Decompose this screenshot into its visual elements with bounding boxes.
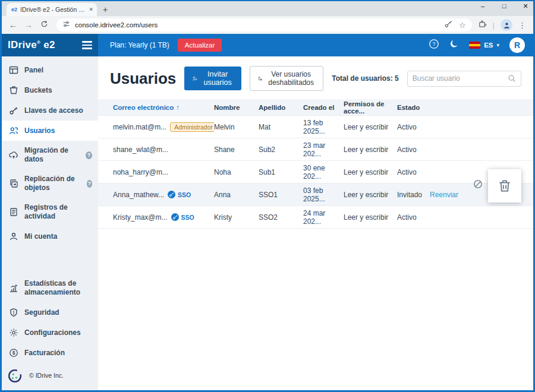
sidebar-item-storage-stats[interactable]: Estadísticas de almacenamiento	[2, 274, 97, 302]
user-email: Anna_mathew...	[113, 191, 164, 199]
tab-close-icon[interactable]: ✕	[89, 7, 93, 12]
security-shield-icon	[9, 308, 18, 317]
cloud-migration-icon	[9, 150, 18, 160]
table-row[interactable]: Anna_mathew... SSO Anna SSO1 03 feb 2025…	[98, 184, 533, 206]
sidebar-item-access-keys[interactable]: Llaves de acceso	[2, 100, 98, 121]
user-email: shane_wlat@m...	[113, 146, 168, 154]
user-permissions: Leer y escribir	[344, 168, 397, 176]
user-first-name: Noha	[214, 168, 259, 176]
tab-favicon-icon: e2	[11, 7, 17, 12]
url-bar[interactable]: console.idrivee2.com/users ☆	[56, 18, 472, 31]
user-status: Activo	[397, 123, 430, 131]
column-header-created[interactable]: Creado el	[303, 104, 344, 111]
column-header-permissions[interactable]: Permisos de acce...	[344, 100, 397, 115]
user-created-date: 30 ene 202...	[303, 164, 344, 181]
browser-menu-icon[interactable]: ⋮	[518, 21, 526, 30]
table-row[interactable]: shane_wlat@m... Shane Sub2 23 mar 202...…	[98, 138, 533, 161]
language-selector[interactable]: ES ▾	[469, 42, 499, 49]
stats-icon	[9, 283, 18, 293]
trash-icon[interactable]	[497, 178, 512, 194]
replication-icon	[9, 179, 18, 188]
extensions-icon[interactable]	[478, 20, 487, 31]
user-first-name: Melvin	[214, 123, 259, 131]
total-users-count: Total de usuarios: 5	[332, 74, 398, 83]
help-badge-icon[interactable]: ?	[87, 180, 92, 188]
sidebar-item-my-account[interactable]: Mi cuenta	[2, 226, 98, 246]
dashboard-icon	[9, 65, 18, 75]
dark-mode-moon-icon[interactable]	[449, 39, 459, 51]
administrator-badge: Administrador	[170, 122, 214, 132]
sidebar-item-security[interactable]: Seguridad	[2, 302, 98, 323]
user-status: Invitado	[397, 191, 430, 199]
copyright: © IDrive Inc.	[2, 363, 98, 390]
sso-key-icon	[168, 191, 175, 198]
window-close-button[interactable]: ✕	[521, 2, 530, 10]
user-created-date: 23 mar 202...	[303, 141, 344, 158]
chevron-down-icon: ▾	[496, 42, 499, 48]
column-header-status[interactable]: Estado	[397, 104, 430, 111]
user-email: noha_harry@m...	[113, 168, 168, 176]
help-icon[interactable]: ?	[429, 39, 439, 52]
sso-badge: SSO	[171, 213, 194, 221]
table-header-row: Correo electrónico↑ Nombre Apellido Crea…	[98, 99, 533, 116]
sso-badge: SSO	[168, 191, 191, 198]
browser-tab[interactable]: e2 IDrive® e2 - Gestión de Usuari ✕	[7, 3, 97, 16]
column-header-email[interactable]: Correo electrónico↑	[113, 104, 214, 111]
url-text[interactable]: console.idrivee2.com/users	[75, 21, 439, 29]
hamburger-menu-icon[interactable]	[82, 41, 92, 49]
user-status: Activo	[397, 146, 430, 154]
search-input[interactable]	[413, 74, 504, 83]
bookmark-star-icon[interactable]: ☆	[459, 21, 466, 30]
site-settings-icon[interactable]	[62, 20, 70, 30]
key-icon	[9, 106, 18, 115]
window-maximize-button[interactable]: □	[500, 2, 508, 10]
idrive-cookie-logo-icon	[7, 366, 24, 384]
new-tab-button[interactable]: +	[103, 5, 108, 14]
page-title: Usuarios	[110, 69, 176, 88]
column-header-first-name[interactable]: Nombre	[214, 104, 259, 111]
sidebar-item-buckets[interactable]: Buckets	[2, 80, 98, 100]
sidebar-item-data-migration[interactable]: Migración de datos ?	[2, 141, 98, 169]
window-minimize-button[interactable]: –	[479, 2, 487, 10]
table-row[interactable]: noha_harry@m... Noha Sub1 30 ene 202... …	[98, 161, 533, 184]
column-header-last-name[interactable]: Apellido	[259, 104, 303, 111]
billing-icon: $	[9, 348, 18, 358]
table-row[interactable]: melvin.mat@m...Administrador Melvin Mat …	[98, 116, 533, 138]
user-created-date: 03 feb 2025...	[303, 186, 344, 203]
user-avatar[interactable]: R	[509, 37, 525, 53]
user-status: Activo	[397, 213, 430, 222]
forward-icon[interactable]: →	[22, 20, 35, 30]
sidebar-item-panel[interactable]: Panel	[2, 60, 98, 80]
browser-toolbar: ← → console.idrivee2.com/users ☆ |	[2, 16, 533, 34]
sidebar-item-activity-logs[interactable]: Registros de actividad	[2, 198, 98, 226]
view-disabled-users-button[interactable]: Ver usuarios deshabilitados	[250, 66, 324, 91]
sidebar-item-object-replication[interactable]: Replicación de objetos ?	[2, 169, 98, 198]
logo-block: IDrive® e2	[2, 34, 98, 56]
user-permissions: Leer y escribir	[344, 213, 397, 222]
user-last-name: Sub2	[259, 146, 303, 154]
account-icon	[9, 232, 18, 241]
row-action-partial-icon[interactable]	[473, 179, 483, 192]
invite-users-button[interactable]: Invitar usuarios	[184, 67, 241, 90]
svg-text:$: $	[12, 350, 15, 356]
help-badge-icon[interactable]: ?	[86, 151, 92, 159]
language-code: ES	[484, 42, 493, 49]
user-last-name: SSO1	[259, 191, 303, 199]
table-row[interactable]: Kristy_max@m... SSO Kristy SSO2 24 mar 2…	[98, 206, 533, 229]
reload-icon[interactable]	[37, 20, 51, 30]
back-icon[interactable]: ←	[7, 20, 20, 30]
delete-user-popup[interactable]	[488, 169, 521, 203]
sort-asc-icon: ↑	[176, 104, 180, 111]
browser-window: e2 IDrive® e2 - Gestión de Usuari ✕ + – …	[0, 0, 535, 392]
upgrade-button[interactable]: Actualizar	[178, 39, 222, 52]
user-created-date: 13 feb 2025...	[303, 119, 344, 135]
browser-profile-avatar[interactable]	[501, 19, 512, 31]
app-header: IDrive® e2 Plan: Yearly (1 TB) Actualiza…	[2, 34, 533, 56]
password-key-icon[interactable]	[444, 20, 453, 31]
person-plus-icon	[192, 74, 197, 83]
user-last-name: SSO2	[259, 213, 303, 222]
search-user-box[interactable]	[407, 71, 521, 87]
sidebar-item-billing[interactable]: $ Facturación	[2, 343, 98, 363]
sidebar-item-settings[interactable]: Configuraciones	[2, 323, 98, 343]
sidebar-item-users[interactable]: Usuarios	[2, 121, 98, 141]
